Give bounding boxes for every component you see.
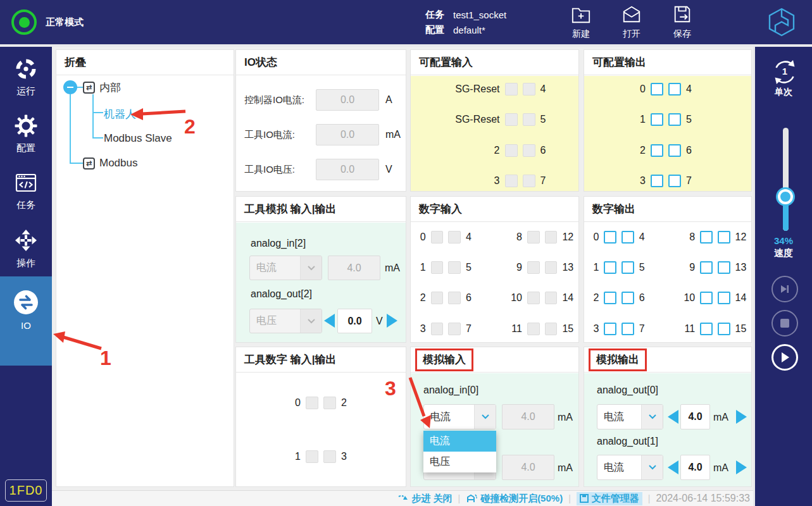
cfg-out-index: 4 <box>686 83 699 95</box>
cfg-in-label: SG-Reset <box>437 83 500 95</box>
unit-label: mA <box>713 412 728 423</box>
step-forward-button[interactable] <box>771 276 798 302</box>
analog-in0-value-field: 4.0 <box>502 404 554 429</box>
cfg-out-checkbox[interactable] <box>651 113 663 126</box>
do-checkbox[interactable] <box>700 292 713 304</box>
play-button[interactable] <box>771 344 798 371</box>
save-button[interactable]: 保存 <box>663 4 702 40</box>
dropdown-option-voltage[interactable]: 电压 <box>423 452 496 472</box>
do-checkbox[interactable] <box>700 231 713 244</box>
unit-label: V <box>385 164 392 175</box>
topbar: 正常模式 任务 test1_socket 配置 default* 新建 打开 保… <box>0 0 812 44</box>
panel-title: 数字输入 <box>419 202 462 216</box>
cfg-out-checkbox[interactable] <box>651 175 663 187</box>
decrement-arrow-button[interactable] <box>668 410 678 424</box>
cfg-in-checkbox <box>505 175 518 187</box>
cfg-out-index: 3 <box>637 175 646 187</box>
increment-arrow-button[interactable] <box>736 410 747 424</box>
do-checkbox[interactable] <box>718 231 730 244</box>
status-register-badge[interactable]: 1FD0 <box>5 479 47 502</box>
do-checkbox[interactable] <box>718 261 730 274</box>
do-checkbox[interactable] <box>700 261 713 274</box>
do-checkbox[interactable] <box>604 231 616 244</box>
tree-line <box>70 94 71 164</box>
cfg-out-checkbox[interactable] <box>651 83 663 96</box>
configurable-output-panel: 可配置输出 04 15 26 37 <box>584 49 752 192</box>
step-mode-status[interactable]: 步进 关闭 <box>397 493 452 505</box>
sidebar-item-config[interactable]: 配置 <box>0 114 52 154</box>
do-checkbox[interactable] <box>621 292 634 304</box>
analog-out2-label: analog_out[2] <box>251 288 312 300</box>
do-checkbox[interactable] <box>718 292 730 304</box>
sidebar-item-io[interactable]: IO <box>0 290 52 331</box>
cfg-in-checkbox <box>505 144 518 157</box>
new-button[interactable]: 新建 <box>561 4 601 40</box>
play-icon <box>780 352 790 363</box>
io-device-icon: ⇄ <box>83 157 95 170</box>
tree-collapse-toggle[interactable] <box>63 80 77 94</box>
cfg-out-checkbox[interactable] <box>668 175 681 187</box>
gear-icon <box>15 128 37 139</box>
analog-out2-value-field[interactable]: 0.0 <box>337 309 372 333</box>
controller-io-current-label: 控制器IO电流: <box>244 94 304 106</box>
io-device-icon: ⇄ <box>83 82 95 94</box>
open-button[interactable]: 打开 <box>612 4 651 40</box>
tree-node-robot[interactable]: 机器人 <box>104 107 136 121</box>
speed-slider-thumb[interactable] <box>778 189 793 204</box>
analog-out1-mode-select[interactable]: 电流 <box>597 455 663 480</box>
tree-panel-title[interactable]: 折叠 <box>65 55 86 70</box>
analog-out0-value-field[interactable]: 4.0 <box>680 404 710 429</box>
collision-detection-status[interactable]: 碰撞检测开启(50%) <box>466 493 563 505</box>
analog-out0-mode-select[interactable]: 电流 <box>597 404 663 429</box>
move-arrows-icon <box>14 244 38 254</box>
decrement-arrow-button[interactable] <box>324 314 335 328</box>
do-checkbox[interactable] <box>604 323 616 335</box>
tool-io-voltage-field: 0.0 <box>316 159 379 180</box>
cfg-out-checkbox[interactable] <box>651 144 663 157</box>
do-checkbox[interactable] <box>621 231 634 244</box>
tree-node-internal[interactable]: ⇄ 内部 <box>83 80 121 95</box>
cfg-in-checkbox <box>523 83 535 96</box>
decrement-arrow-button[interactable] <box>668 460 678 474</box>
do-checkbox[interactable] <box>718 323 730 335</box>
config-value: default* <box>453 25 485 35</box>
sidebar-item-task[interactable]: 任务 <box>0 171 52 211</box>
digital-input-panel: 数字输入 04812 15913 261014 371115 <box>410 196 579 343</box>
mode-indicator[interactable]: 正常模式 <box>11 0 84 44</box>
speed-value: 34% <box>755 235 812 246</box>
dropdown-option-current[interactable]: 电流 <box>423 431 496 452</box>
sidebar-item-run[interactable]: 运行 <box>0 58 52 97</box>
di-checkbox <box>448 261 461 274</box>
cfg-in-index: 6 <box>540 145 553 156</box>
analog-in0-mode-select[interactable]: 电流 <box>423 404 496 429</box>
divider: | <box>568 493 571 503</box>
do-checkbox[interactable] <box>621 323 634 335</box>
tree-node-modbus[interactable]: ⇄ Modbus <box>83 157 137 170</box>
cfg-in-checkbox <box>523 175 535 187</box>
left-sidebar: 运行 配置 任务 操作 IO 1FD0 <box>0 46 52 506</box>
cfg-out-checkbox[interactable] <box>668 113 681 126</box>
cfg-out-checkbox[interactable] <box>668 83 681 96</box>
cfg-out-checkbox[interactable] <box>668 144 681 157</box>
do-checkbox[interactable] <box>604 261 616 274</box>
tree-node-modbus-slave[interactable]: Modbus Slave <box>104 132 172 145</box>
do-checkbox[interactable] <box>700 323 713 335</box>
di-checkbox <box>527 231 540 244</box>
step-arrow-icon <box>397 494 408 503</box>
cfg-in-checkbox <box>523 113 535 126</box>
right-sidebar: 1 单次 34% 速度 <box>753 46 812 506</box>
increment-arrow-button[interactable] <box>736 460 747 474</box>
unit-label: mA <box>385 262 400 274</box>
sidebar-item-operate[interactable]: 操作 <box>0 228 52 269</box>
analog-input-panel: 模拟输入 analog_in[0] 电流 4.0 mA 电流 4.0 mA 电流… <box>410 347 579 487</box>
single-cycle-button[interactable]: 1 <box>770 58 799 87</box>
analog-out1-value-field[interactable]: 4.0 <box>680 455 710 480</box>
do-checkbox[interactable] <box>621 261 634 274</box>
stop-button[interactable] <box>771 310 798 336</box>
cfg-in-checkbox <box>523 144 535 157</box>
file-manager-button[interactable]: 文件管理器 <box>577 492 642 505</box>
do-checkbox[interactable] <box>604 292 616 304</box>
di-checkbox <box>431 231 444 244</box>
config-label: 配置 <box>425 24 444 36</box>
increment-arrow-button[interactable] <box>387 314 397 328</box>
